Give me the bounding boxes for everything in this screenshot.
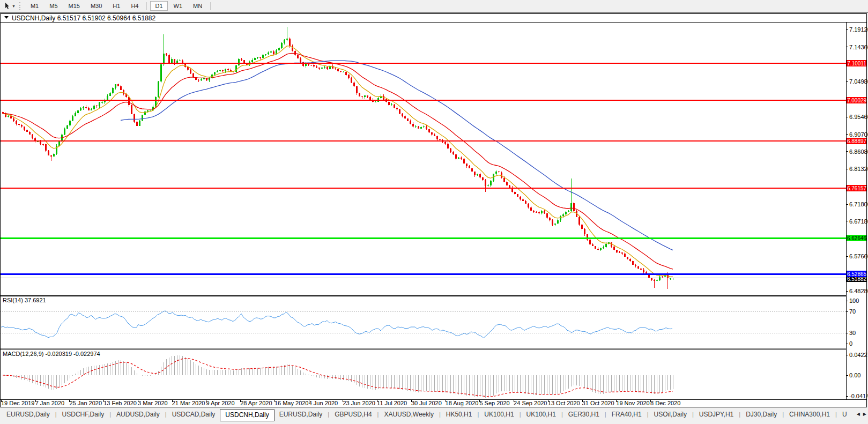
svg-text:0: 0 xyxy=(849,340,852,347)
svg-text:5 Sep 2020: 5 Sep 2020 xyxy=(479,400,509,406)
svg-text:6.62646: 6.62646 xyxy=(847,235,867,241)
svg-text:6.95460: 6.95460 xyxy=(849,114,868,120)
chart-tabs-bar: EURUSD,Daily|USDCHF,Daily|AUDUSD,Daily|U… xyxy=(0,408,868,424)
svg-text:24 Sep 2020: 24 Sep 2020 xyxy=(514,400,547,406)
svg-text:70: 70 xyxy=(849,308,856,315)
chart-tab-china300-h1[interactable]: CHINA300,H1 xyxy=(784,410,835,420)
svg-text:30: 30 xyxy=(849,330,856,336)
svg-text:6.48280: 6.48280 xyxy=(849,288,868,294)
svg-text:4 Jun 2020: 4 Jun 2020 xyxy=(309,400,338,406)
chart-tab-uk100-h1[interactable]: UK100,H1 xyxy=(479,410,518,420)
svg-text:7 Jan 2020: 7 Jan 2020 xyxy=(35,400,64,406)
svg-text:19 Dec 2019: 19 Dec 2019 xyxy=(1,400,34,406)
svg-text:13 Oct 2020: 13 Oct 2020 xyxy=(548,400,580,406)
svg-text:7.10011: 7.10011 xyxy=(847,61,866,66)
chart-tab-uk100-h1[interactable]: UK100,H1 xyxy=(522,410,561,420)
svg-text:6.67180: 6.67180 xyxy=(849,218,868,225)
svg-text:6.86080: 6.86080 xyxy=(849,148,868,155)
chart-tab-eurusd-daily[interactable]: EURUSD,Daily xyxy=(2,410,55,420)
svg-text:30 Jul 2020: 30 Jul 2020 xyxy=(411,400,442,406)
svg-text:31 Oct 2020: 31 Oct 2020 xyxy=(582,400,614,406)
chart-tab-xauusd-weekly[interactable]: XAUUSD,Weekly xyxy=(379,410,438,420)
svg-text:6.90700: 6.90700 xyxy=(849,131,868,138)
chart-tab-hk50-h1[interactable]: HK50,H1 xyxy=(441,410,477,420)
svg-text:0.00: 0.00 xyxy=(849,372,860,378)
svg-text:21 Mar 2020: 21 Mar 2020 xyxy=(172,400,205,406)
svg-text:16 May 2020: 16 May 2020 xyxy=(275,400,309,406)
chart-tab-eurusd-daily[interactable]: EURUSD,Daily xyxy=(275,410,328,420)
tab-scroll-arrows: ◀ ▶ xyxy=(857,412,866,416)
svg-text:7.00029: 7.00029 xyxy=(847,98,867,103)
chart-tab-usdjpy-h1[interactable]: USDJPY,H1 xyxy=(694,410,738,420)
chart-tab-usdcnh-daily[interactable]: USDCNH,Daily xyxy=(220,409,274,421)
chart-tab-audusd-daily[interactable]: AUDUSD,Daily xyxy=(112,410,165,420)
tab-scroll-right-icon[interactable]: ▶ xyxy=(863,412,866,416)
svg-text:19 Nov 2020: 19 Nov 2020 xyxy=(616,400,649,406)
chart-tab-dj30-daily[interactable]: DJ30,Daily xyxy=(741,410,782,420)
svg-text:13 Feb 2020: 13 Feb 2020 xyxy=(103,400,137,406)
svg-text:USDCNH,Daily 6.51517 6.51902: USDCNH,Daily 6.51517 6.51902 6.50964 6.5… xyxy=(12,14,156,22)
svg-text:MACD(12,26,9) -0.020319 -0.022: MACD(12,26,9) -0.020319 -0.022974 xyxy=(3,351,100,357)
svg-text:7.19120: 7.19120 xyxy=(849,26,868,33)
svg-text:7.14360: 7.14360 xyxy=(849,44,868,50)
price-axis[interactable]: 7.191207.143607.049806.954606.907006.860… xyxy=(846,23,868,399)
svg-text:18 Aug 2020: 18 Aug 2020 xyxy=(446,400,479,406)
chart-tab-usdcad-daily[interactable]: USDCAD,Daily xyxy=(167,410,220,420)
svg-text:25 Jan 2020: 25 Jan 2020 xyxy=(70,400,102,406)
svg-text:9 Apr 2020: 9 Apr 2020 xyxy=(206,400,234,406)
tab-scroll-left-icon[interactable]: ◀ xyxy=(857,412,860,416)
svg-text:-0.04148: -0.04148 xyxy=(849,393,868,399)
chart-tab-ger30-h1[interactable]: GER30,H1 xyxy=(563,410,604,420)
svg-text:23 Jun 2020: 23 Jun 2020 xyxy=(343,400,375,406)
chart-tab-u[interactable]: U xyxy=(837,410,852,420)
chart-tab-fra40-h1[interactable]: FRA40,H1 xyxy=(607,410,647,420)
svg-text:100: 100 xyxy=(849,297,859,304)
svg-text:7.04980: 7.04980 xyxy=(849,78,868,85)
svg-text:11 Jul 2020: 11 Jul 2020 xyxy=(377,400,407,406)
chart-title-row: USDCNH,Daily 6.51517 6.51902 6.50964 6.5… xyxy=(4,14,156,22)
chart-tab-gbpusd-h4[interactable]: GBPUSD,H4 xyxy=(330,410,376,420)
chart-tab-usoil-daily[interactable]: USOil,Daily xyxy=(649,410,692,420)
svg-text:6.76157: 6.76157 xyxy=(847,185,867,191)
svg-text:6.88897: 6.88897 xyxy=(847,138,867,144)
chart-tab-usdchf-daily[interactable]: USDCHF,Daily xyxy=(57,410,109,420)
svg-text:28 Apr 2020: 28 Apr 2020 xyxy=(240,400,272,406)
svg-text:6.57660: 6.57660 xyxy=(849,253,868,259)
svg-text:6.81320: 6.81320 xyxy=(849,166,868,172)
svg-text:8 Dec 2020: 8 Dec 2020 xyxy=(650,400,680,406)
svg-text:0.042275: 0.042275 xyxy=(849,352,868,358)
svg-text:6.52865: 6.52865 xyxy=(847,271,867,277)
chart-canvas[interactable]: USDCNH,Daily 6.51517 6.51902 6.50964 6.5… xyxy=(0,0,868,408)
svg-text:6.71800: 6.71800 xyxy=(849,201,868,207)
svg-text:3 Mar 2020: 3 Mar 2020 xyxy=(138,400,168,406)
svg-text:RSI(14) 37.6921: RSI(14) 37.6921 xyxy=(3,297,46,303)
